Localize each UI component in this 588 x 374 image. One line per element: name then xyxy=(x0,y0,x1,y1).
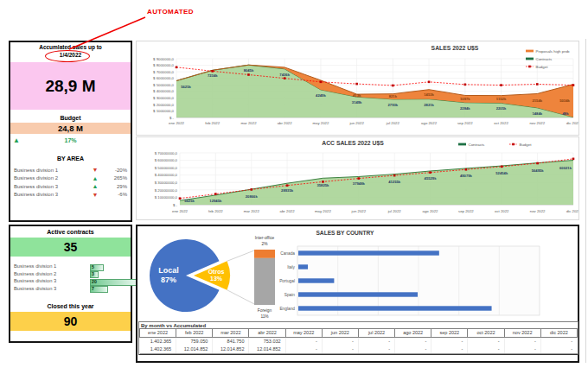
closed-this-year-label: Closed this year xyxy=(10,303,131,309)
svg-text:20866k: 20866k xyxy=(246,194,259,199)
month-table-block: By month vs Accumulated ene 2022feb 2022… xyxy=(138,321,578,355)
svg-text:$ 70000000,0: $ 70000000,0 xyxy=(155,151,178,155)
country-bar-italy xyxy=(298,264,308,269)
kpi-title: Accumlated sales up to xyxy=(10,42,131,50)
svg-text:12945k: 12945k xyxy=(209,199,222,203)
up-arrow-icon: ▲ xyxy=(84,183,106,189)
kpi-panel: Accumlated sales up to 1/4/2022 28,9 M B… xyxy=(9,41,132,222)
svg-text:Foreign: Foreign xyxy=(258,308,272,313)
active-contracts-label: Active contracts xyxy=(10,229,131,235)
svg-text:56495k: 56495k xyxy=(532,168,545,173)
svg-text:2%: 2% xyxy=(262,242,269,246)
otros-breakdown-bar: Inter-office2%Foreign11% xyxy=(254,236,275,319)
svg-text:SALES 2022 U$S: SALES 2022 U$S xyxy=(431,45,479,52)
by-area-list: Business division 1▼-20%Business divisio… xyxy=(10,166,131,199)
svg-text:2154k: 2154k xyxy=(532,98,542,103)
division-name: Business division 1 xyxy=(14,263,56,269)
division-value: 3 xyxy=(92,271,94,276)
svg-text:oct 2022: oct 2022 xyxy=(495,209,509,213)
svg-text:8045k: 8045k xyxy=(244,68,254,73)
svg-text:87%: 87% xyxy=(161,276,176,284)
month-value-cell: - xyxy=(540,338,577,346)
month-table: ene 2022feb 2022mar 2022abr 2022may 2022… xyxy=(139,328,578,354)
growth-up-arrow-icon: ▲ xyxy=(13,136,20,144)
svg-text:35825k: 35825k xyxy=(316,183,329,187)
svg-text:1453k: 1453k xyxy=(424,92,434,97)
division-value: 7 xyxy=(92,286,94,291)
svg-text:ene 2022: ene 2022 xyxy=(169,121,185,125)
svg-text:821k: 821k xyxy=(389,94,398,98)
svg-text:60021k: 60021k xyxy=(559,166,572,170)
sales-by-country-chart[interactable]: CanadaItalyPortugalSpainEnglandSALES BY … xyxy=(279,230,540,315)
division-bars: Business division 15Business division 23… xyxy=(10,263,131,293)
month-header-cell: ene 2022 xyxy=(140,329,176,338)
down-arrow-icon: ▼ xyxy=(84,167,106,173)
svg-text:$ 30000000,0: $ 30000000,0 xyxy=(155,181,178,185)
country-bar-england xyxy=(298,306,492,310)
svg-text:$ 20000000,0: $ 20000000,0 xyxy=(155,188,178,193)
svg-text:dic 2022: dic 2022 xyxy=(566,121,578,125)
svg-text:Canada: Canada xyxy=(280,251,295,256)
month-value-cell: - xyxy=(431,345,468,354)
budget-value: 24,8 M xyxy=(10,123,131,134)
svg-text:45529k: 45529k xyxy=(425,176,438,181)
svg-text:3149k: 3149k xyxy=(352,100,362,105)
svg-text:Proposals high prob: Proposals high prob xyxy=(536,49,571,54)
svg-text:37948k: 37948k xyxy=(353,181,366,186)
svg-text:jul 2022: jul 2022 xyxy=(386,121,400,125)
month-header-cell: abr 2022 xyxy=(249,329,285,338)
svg-text:$ 1000000,0: $ 1000000,0 xyxy=(153,109,175,113)
svg-text:4249k: 4249k xyxy=(316,93,326,98)
date-highlight-ellipse xyxy=(45,50,90,62)
svg-text:ago 2022: ago 2022 xyxy=(423,209,439,213)
by-area-row: Business division 3▲29% xyxy=(14,182,127,191)
svg-text:may 2022: may 2022 xyxy=(315,209,331,213)
month-value-cell: 12.014.852 xyxy=(213,345,249,354)
month-value-cell: - xyxy=(504,338,540,346)
svg-text:$ 50000000,0: $ 50000000,0 xyxy=(155,166,178,170)
month-value-cell: - xyxy=(540,345,577,354)
country-bar-portugal xyxy=(298,278,334,282)
svg-text:feb 2022: feb 2022 xyxy=(205,121,220,125)
sales-dashboard: AUTOMATED Accumlated sales up to 1/4/202… xyxy=(0,0,588,374)
sales-2022-chart[interactable]: $ 9000000,0$ 8000000,0$ 7000000,0$ 60000… xyxy=(137,41,578,135)
month-value-cell: 12.014.852 xyxy=(249,345,285,354)
by-area-row: Business division 2▲265% xyxy=(14,174,127,183)
sheet-gridline xyxy=(585,39,586,363)
svg-text:dic 2022: dic 2022 xyxy=(566,209,578,213)
local-vs-otros-pie[interactable]: Local87%Otros13% xyxy=(150,239,254,312)
country-bar-canada xyxy=(298,250,439,255)
svg-text:SALES BY COUNTRY: SALES BY COUNTRY xyxy=(316,230,374,236)
month-value-cell: 841.750 xyxy=(213,338,249,346)
division-row: Business division 15 xyxy=(13,263,128,271)
month-value-cell: - xyxy=(358,345,394,354)
svg-text:413k: 413k xyxy=(353,93,361,98)
svg-text:28935k: 28935k xyxy=(281,188,294,193)
pie-and-country-charts[interactable]: Local87%Otros13%Inter-office2%Foreign11%… xyxy=(137,226,578,321)
svg-text:$ 9000000,0: $ 9000000,0 xyxy=(153,57,175,61)
svg-text:may 2022: may 2022 xyxy=(312,121,329,125)
by-area-row: Business division 3▼-6% xyxy=(14,191,127,200)
month-value-row: 1.402.36512.014.85212.014.85212.014.852-… xyxy=(140,345,578,354)
month-header-cell: nov 2022 xyxy=(504,329,540,338)
month-value-cell: - xyxy=(285,338,322,346)
svg-text:sep 2022: sep 2022 xyxy=(457,121,473,125)
country-bar-spain xyxy=(298,292,418,296)
svg-text:2793k: 2793k xyxy=(388,103,399,107)
svg-text:7234k: 7234k xyxy=(208,73,218,78)
svg-text:mar 2022: mar 2022 xyxy=(244,209,260,213)
svg-text:abr 2022: abr 2022 xyxy=(280,209,296,213)
area-percent: -6% xyxy=(106,192,127,197)
area-name: Business division 3 xyxy=(14,184,84,189)
acc-sales-chart-panel: $ 70000000,0$ 60000000,0$ 50000000,0$ 40… xyxy=(136,136,579,220)
contracts-panel: Active contracts 35 Business division 15… xyxy=(9,225,132,343)
breakdown-inter-office xyxy=(254,250,275,258)
svg-text:jun 2022: jun 2022 xyxy=(348,121,364,125)
acc-sales-2022-chart[interactable]: $ 70000000,0$ 60000000,0$ 50000000,0$ 40… xyxy=(137,137,578,219)
growth-percent: 17% xyxy=(10,136,131,143)
sales2022-plot: $ 9000000,0$ 8000000,0$ 7000000,0$ 60000… xyxy=(153,57,578,125)
svg-text:$ 60000000,0: $ 60000000,0 xyxy=(155,158,178,162)
division-row: Business division 37 xyxy=(13,286,128,294)
svg-text:1152k: 1152k xyxy=(496,97,507,101)
svg-text:7436k: 7436k xyxy=(279,73,290,77)
